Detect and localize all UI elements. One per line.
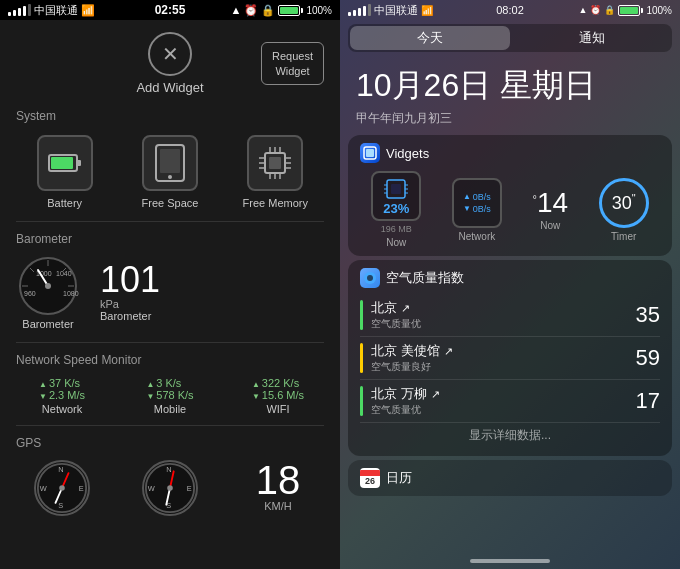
svg-text:W: W <box>40 484 47 493</box>
wifi-speed-up: 322 K/s <box>252 377 299 389</box>
lock-icon-right: 🔒 <box>604 5 615 15</box>
svg-text:960: 960 <box>24 290 36 297</box>
svg-text:N: N <box>58 465 63 474</box>
mobile-speeds: 3 K/s 578 K/s <box>146 377 193 401</box>
compass-icon-2: N S W E <box>142 460 198 516</box>
vidgets-timer: 30" Timer <box>599 178 649 242</box>
vidgets-temp-label: Now <box>540 220 560 231</box>
divider-2 <box>16 342 324 343</box>
aq-app-icon <box>360 268 380 288</box>
barometer-value: 101 <box>100 262 160 298</box>
date-main: 10月26日 星期日 <box>356 64 664 108</box>
vidgets-app-icon <box>360 143 380 163</box>
svg-text:1080: 1080 <box>63 290 79 297</box>
vidgets-temp: ° 14 Now <box>533 189 569 231</box>
mobile-speed-up: 3 K/s <box>146 377 181 389</box>
wifi-down-arrow-icon <box>252 389 260 401</box>
right-status-icons-left: ▲ ⏰ 🔒 100% <box>231 4 332 17</box>
vidgets-timer-circle[interactable]: 30" <box>599 178 649 228</box>
free-memory-widget[interactable]: Free Memory <box>227 135 324 209</box>
vidgets-memory: 23% 196 MB Now <box>371 171 421 248</box>
vidgets-timer-label: Timer <box>611 231 636 242</box>
request-widget-button[interactable]: RequestWidget <box>261 42 324 85</box>
battery-widget[interactable]: Battery <box>16 135 113 209</box>
air-quality-card: 空气质量指数 北京 ↗ 空气质量优 35 <box>348 260 672 456</box>
aq-more[interactable]: 显示详细数据... <box>360 423 660 448</box>
barometer-gauge-label: Barometer <box>22 318 73 330</box>
tab-notifications[interactable]: 通知 <box>512 24 672 52</box>
svg-point-39 <box>59 485 65 491</box>
network-speed-down: 2.3 M/s <box>39 389 85 401</box>
aq-city-3: 北京 万柳 <box>371 385 427 403</box>
aq-row-2-inner: 北京 美使馆 ↗ 空气质量良好 <box>360 342 453 374</box>
tab-today[interactable]: 今天 <box>350 26 510 50</box>
wifi-label: WIFI <box>266 403 289 415</box>
calendar-app-name: 日历 <box>386 469 412 487</box>
aq-row-1: 北京 ↗ 空气质量优 35 <box>360 294 660 337</box>
network-item: 37 K/s 2.3 M/s Network <box>10 377 114 415</box>
svg-text:W: W <box>148 484 155 493</box>
aq-value-1: 35 <box>636 302 660 328</box>
compass-icon-1: N S W E <box>34 460 90 516</box>
calendar-icon: 26 <box>360 468 380 488</box>
wifi-icon-left: 📶 <box>81 4 95 17</box>
vidgets-memory-sub: 196 MB <box>381 224 412 234</box>
wifi-speed-down: 15.6 M/s <box>252 389 304 401</box>
barometer-section: 960 1000 1040 1080 Barometer <box>0 250 340 338</box>
vidgets-timer-value: 30" <box>612 192 636 214</box>
aq-city-1: 北京 <box>371 299 397 317</box>
network-speed-row: 37 K/s 2.3 M/s Network 3 K/s 578 K/s <box>0 371 340 421</box>
aq-bar-2 <box>360 343 363 373</box>
free-space-widget[interactable]: Free Space <box>121 135 218 209</box>
carrier-right: 中国联通 <box>374 3 418 18</box>
tabs-row: 今天 通知 <box>348 24 672 52</box>
network-label: Network <box>42 403 82 415</box>
close-button[interactable]: ✕ <box>148 32 192 76</box>
right-panel: 中国联通 📶 08:02 ▲ ⏰ 🔒 100% 今天 通知 10月26日 星期日 <box>340 0 680 569</box>
alarm-icon: ⏰ <box>244 4 258 17</box>
battery-pct-right: 100% <box>646 5 672 16</box>
left-panel: 中国联通 📶 02:55 ▲ ⏰ 🔒 100% ✕ Add Widget Req… <box>0 0 340 569</box>
vidgets-card: Vidgets 23% 19 <box>348 135 672 256</box>
aq-city-row-2: 北京 美使馆 ↗ <box>371 342 453 360</box>
aq-arrow-3: ↗ <box>431 388 440 401</box>
vidgets-network: ▲0B/s ▼0B/s Network <box>452 178 502 242</box>
svg-rect-7 <box>269 157 281 169</box>
svg-rect-1 <box>77 160 81 166</box>
network-speeds: 37 K/s 2.3 M/s <box>39 377 85 401</box>
alarm-icon-right: ⏰ <box>590 5 601 15</box>
svg-point-31 <box>45 283 51 289</box>
wifi-up-arrow-icon <box>252 377 260 389</box>
vidgets-temp-value: ° 14 <box>533 189 569 217</box>
gps-header: GPS <box>0 430 340 454</box>
battery-widget-icon <box>37 135 93 191</box>
vidgets-memory-icon: 23% <box>371 171 421 221</box>
calendar-header: 26 日历 <box>360 468 660 488</box>
left-status-icons: 中国联通 📶 <box>8 3 95 18</box>
svg-point-47 <box>167 485 173 491</box>
svg-point-5 <box>168 175 172 179</box>
mobile-down-arrow-icon <box>146 389 154 401</box>
add-widget-center: ✕ Add Widget <box>136 32 203 95</box>
network-speed-header: Network Speed Monitor <box>0 347 340 371</box>
wifi-item: 322 K/s 15.6 M/s WIFI <box>226 377 330 415</box>
aq-value-3: 17 <box>636 388 660 414</box>
signal-dots-right <box>348 4 371 16</box>
aq-left-2: 北京 美使馆 ↗ 空气质量良好 <box>371 342 453 374</box>
gps-compass-2: N S W E <box>118 460 222 516</box>
svg-rect-51 <box>391 184 401 194</box>
aq-status-3: 空气质量优 <box>371 403 440 417</box>
barometer-value-area: 101 kPa Barometer <box>100 262 160 322</box>
aq-bar-3 <box>360 386 363 416</box>
aq-left-1: 北京 ↗ 空气质量优 <box>371 299 421 331</box>
wifi-speeds: 322 K/s 15.6 M/s <box>252 377 304 401</box>
location-icon: ▲ <box>231 4 242 16</box>
gps-speed-value: 18 <box>256 460 301 500</box>
bottom-bar <box>470 559 550 563</box>
aq-city-2: 北京 美使馆 <box>371 342 440 360</box>
vidgets-header: Vidgets <box>360 143 660 163</box>
gps-row: N S W E N S W E <box>0 454 340 522</box>
barometer-unit: kPa <box>100 298 119 310</box>
gps-speed-item: 18 KM/H <box>226 460 330 516</box>
aq-status-2: 空气质量良好 <box>371 360 453 374</box>
